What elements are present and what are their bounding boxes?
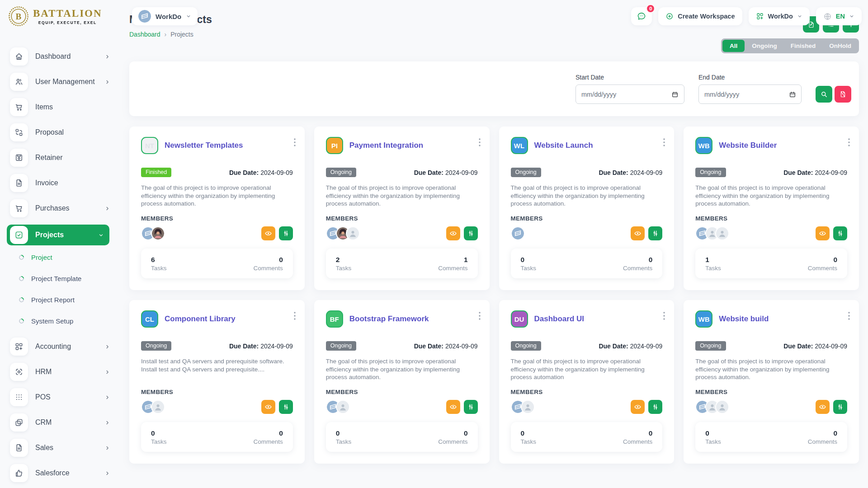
project-title-link[interactable]: Dashboard UI [534, 314, 585, 324]
sidebar-item-salesforce[interactable]: Salesforce [10, 464, 118, 482]
card-menu-button[interactable] [477, 310, 482, 322]
card-menu-button[interactable] [477, 136, 482, 148]
tab-ongoing[interactable]: Ongoing [745, 40, 783, 52]
project-tasks-button[interactable] [279, 400, 293, 414]
cart-icon [10, 199, 28, 217]
sidebar-item-retainer[interactable]: Retainer [10, 149, 118, 167]
cart-icon [10, 98, 28, 116]
project-stats: 0 Tasks 0 Comments [511, 249, 663, 278]
card-menu-button[interactable] [661, 136, 667, 148]
workspace-avatar [511, 226, 525, 240]
end-date-input[interactable] [704, 91, 789, 98]
sidebar-item-sales[interactable]: Sales [10, 439, 118, 457]
sidebar-item-dashboard[interactable]: Dashboard [10, 47, 118, 66]
project-initials-badge: PI [326, 137, 343, 154]
sidebar-item-accounting[interactable]: Accounting [10, 338, 118, 356]
comments-label: Comments [253, 438, 283, 445]
project-initials-badge: WB [695, 310, 712, 328]
view-project-button[interactable] [261, 226, 275, 240]
project-tasks-button[interactable] [833, 400, 847, 414]
project-tasks-button[interactable] [833, 226, 847, 240]
language-selector[interactable]: EN [816, 7, 862, 25]
workdo-menu-button[interactable]: WorkDo [749, 7, 810, 25]
card-menu-button[interactable] [846, 136, 852, 148]
project-description: The goal of this project is to improve o… [141, 184, 293, 208]
brand-logo[interactable]: B BATTALION EQUIP, EXECUTE, EXEL [8, 6, 118, 27]
due-date-value: 2024-09-09 [445, 169, 478, 176]
member-avatars [326, 226, 360, 240]
project-tasks-button[interactable] [648, 400, 662, 414]
sidebar-item-pos[interactable]: POS [10, 388, 118, 406]
view-project-button[interactable] [816, 400, 830, 414]
sidebar-subitem-project[interactable]: Project [19, 253, 118, 262]
card-menu-button[interactable] [292, 310, 297, 322]
sidebar-item-items[interactable]: Items [10, 98, 118, 116]
view-project-button[interactable] [816, 226, 830, 240]
kanban-icon [282, 403, 290, 411]
project-tasks-button[interactable] [464, 226, 478, 240]
calendar-icon[interactable] [671, 91, 679, 98]
view-project-button[interactable] [261, 400, 275, 414]
project-title-link[interactable]: Website Builder [719, 141, 777, 150]
start-date-label: Start Date [576, 74, 684, 81]
tasks-count: 6 [151, 256, 167, 264]
search-button[interactable] [816, 86, 832, 103]
messages-button[interactable]: 0 [631, 7, 652, 25]
svg-text:B: B [16, 12, 22, 21]
start-date-input[interactable] [581, 91, 671, 98]
sidebar-subitem-project-report[interactable]: Project Report [19, 295, 118, 304]
project-stats: 0 Tasks 0 Comments [511, 422, 663, 452]
project-initials-badge: DU [511, 310, 528, 328]
sidebar-item-projects[interactable]: Projects [7, 225, 109, 245]
members-label: MEMBERS [511, 389, 663, 395]
sidebar-item-user-management[interactable]: User Management [10, 73, 118, 91]
project-initials-badge: BF [326, 310, 343, 328]
project-description: The goal of this project is to improve o… [326, 184, 478, 208]
project-card-payment-integration: PI Payment Integration Ongoing Due Date:… [314, 127, 490, 290]
project-title-link[interactable]: Payment Integration [349, 141, 423, 150]
reset-filter-button[interactable] [835, 86, 851, 103]
due-date-value: 2024-09-09 [815, 169, 847, 176]
sidebar-item-purchases[interactable]: Purchases [10, 199, 118, 217]
view-project-button[interactable] [631, 400, 645, 414]
project-initials-badge: WL [511, 137, 528, 154]
tasks-label: Tasks [521, 265, 537, 272]
card-menu-button[interactable] [661, 310, 667, 322]
project-card-component-library: CL Component Library Ongoing Due Date: 2… [129, 300, 305, 464]
project-title-link[interactable]: Website build [719, 314, 769, 324]
project-title-link[interactable]: Component Library [165, 314, 236, 324]
project-tasks-button[interactable] [464, 400, 478, 414]
kanban-icon [282, 230, 290, 237]
sidebar-subitem-project-template[interactable]: Project Template [19, 274, 118, 283]
placeholder-avatar [521, 400, 535, 414]
project-title-link[interactable]: Bootstrap Framework [349, 314, 429, 324]
card-menu-button[interactable] [846, 310, 852, 322]
eye-icon [264, 403, 272, 411]
project-tasks-button[interactable] [279, 226, 293, 240]
card-menu-button[interactable] [292, 136, 297, 148]
project-title-link[interactable]: Newsletter Templates [165, 141, 243, 150]
progress-circle-icon [18, 317, 25, 324]
sidebar-item-hrm[interactable]: HRM [10, 363, 118, 381]
tab-onhold[interactable]: OnHold [823, 40, 858, 52]
sidebar-item-proposal[interactable]: Proposal [10, 123, 118, 141]
create-workspace-button[interactable]: Create Workspace [658, 7, 742, 25]
sidebar-item-invoice[interactable]: Invoice [10, 174, 118, 192]
view-project-button[interactable] [631, 226, 645, 240]
view-project-button[interactable] [446, 226, 460, 240]
filter-panel: Start Date End Date [129, 61, 859, 116]
calendar-icon[interactable] [789, 91, 796, 98]
tab-finished[interactable]: Finished [784, 40, 822, 52]
workspace-switcher[interactable]: WorkDo [132, 7, 198, 25]
tasks-count: 2 [336, 256, 352, 264]
project-tasks-button[interactable] [648, 226, 662, 240]
view-project-button[interactable] [446, 400, 460, 414]
sidebar-item-crm[interactable]: CRM [10, 413, 118, 432]
due-date: Due Date: 2024-09-09 [783, 169, 847, 176]
project-card-newsletter-templates: NT Newsletter Templates Finished Due Dat… [129, 127, 305, 290]
tab-all[interactable]: All [722, 40, 745, 52]
sidebar-subitem-system-setup[interactable]: System Setup [19, 316, 118, 325]
status-badge: Ongoing [326, 168, 356, 177]
project-title-link[interactable]: Website Launch [534, 141, 593, 150]
project-description: The goal of this project is to improve o… [695, 357, 847, 381]
